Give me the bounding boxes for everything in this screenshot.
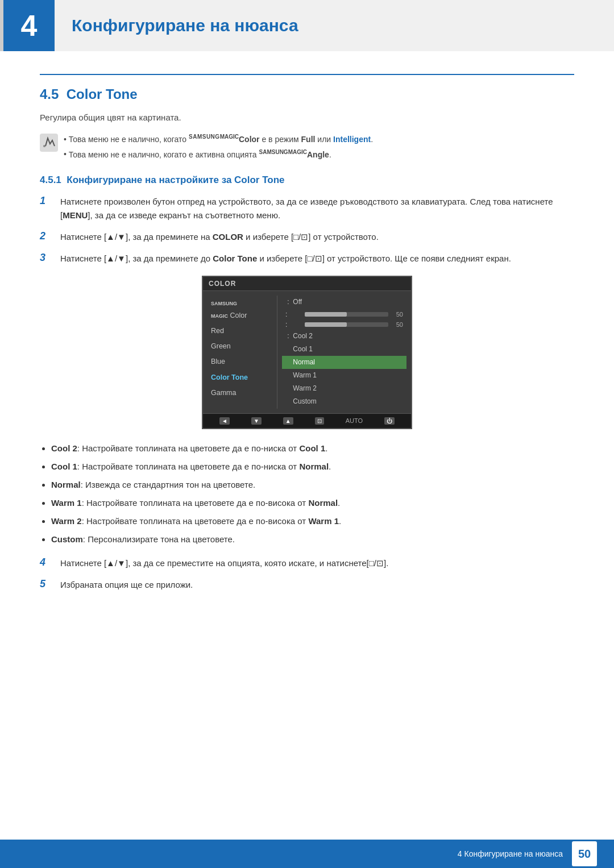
bullet-custom: Custom: Персонализирате тона на цветовет… xyxy=(51,533,574,546)
footer-page-number: 50 xyxy=(572,841,597,866)
step-number-2: 2 xyxy=(40,230,52,242)
step-2: 2 Натиснете [▲/▼], за да преминете на CO… xyxy=(40,230,574,244)
step-number-1: 1 xyxy=(40,195,52,207)
page-footer: 4 Конфигуриране на нюанса 50 xyxy=(0,840,614,868)
step-number-3: 3 xyxy=(40,252,52,264)
chapter-title-box: Конфигуриране на нюанса xyxy=(55,0,614,51)
step-5: 5 Избраната опция ще се приложи. xyxy=(40,578,574,592)
menu-item-green: Green xyxy=(208,339,272,354)
footer-btn-left: ◄ xyxy=(219,417,230,425)
step-3: 3 Натиснете [▲/▼], за да преминете до Co… xyxy=(40,252,574,265)
step-1: 1 Натиснете произволен бутон отпред на у… xyxy=(40,195,574,222)
svg-point-1 xyxy=(43,145,45,147)
menu-right-normal: Normal xyxy=(282,356,406,369)
menu-screenshot: COLOR SAMSUNG MAGIC Color Red Green Blue… xyxy=(40,276,574,429)
section-divider xyxy=(40,74,574,75)
red-bar-track xyxy=(305,312,388,317)
chapter-number: 4 xyxy=(3,0,55,51)
footer-btn-down: ▼ xyxy=(251,417,262,425)
step-number-5: 5 xyxy=(40,578,52,590)
svg-rect-0 xyxy=(40,134,58,152)
menu-footer: ◄ ▼ ▲ ⊡ AUTO ⏻ xyxy=(203,413,411,428)
menu-item-blue: Blue xyxy=(208,354,272,369)
menu-right-off: : Off xyxy=(282,296,406,309)
menu-header: COLOR xyxy=(203,277,411,291)
menu-right-column: : Off : 50 : 5 xyxy=(277,296,411,408)
menu-item-magic-color: SAMSUNG MAGIC Color xyxy=(208,296,272,323)
footer-btn-up: ▲ xyxy=(283,417,293,425)
color-menu: COLOR SAMSUNG MAGIC Color Red Green Blue… xyxy=(202,276,412,429)
bullet-warm2: Warm 2: Настройвате топлината на цветове… xyxy=(51,514,574,528)
note-lines: Това меню не е налично, когато SAMSUNGMA… xyxy=(64,132,373,160)
menu-right-warm1: Warm 1 xyxy=(282,369,406,382)
menu-right-cool2: : Cool 2 xyxy=(282,330,406,343)
menu-item-color-tone: Color Tone xyxy=(208,370,272,385)
bullet-cool2: Cool 2: Настройвате топлината на цветове… xyxy=(51,442,574,455)
note-line-1: Това меню не е налично, когато SAMSUNGMA… xyxy=(64,132,373,146)
step-text-2: Натиснете [▲/▼], за да преминете на COLO… xyxy=(60,230,574,244)
menu-right-green-bar: : 50 xyxy=(282,319,406,330)
footer-chapter-text: 4 Конфигуриране на нюанса xyxy=(458,849,563,858)
note-line-2: Това меню не е налично, когато е активна… xyxy=(64,148,373,161)
step-text-3: Натиснете [▲/▼], за да преминете до Colo… xyxy=(60,252,574,265)
menu-right-red-bar: : 50 xyxy=(282,309,406,319)
note-icon xyxy=(40,134,58,152)
bullet-warm1: Warm 1: Настройвате топлината на цветове… xyxy=(51,496,574,510)
step-number-4: 4 xyxy=(40,556,52,568)
menu-right-cool1: Cool 1 xyxy=(282,343,406,356)
bullet-normal: Normal: Извежда се стандартния тон на цв… xyxy=(51,478,574,492)
step-text-1: Натиснете произволен бутон отпред на уст… xyxy=(60,195,574,222)
bullet-cool1: Cool 1: Настройвате топлината на цветове… xyxy=(51,460,574,474)
menu-body: SAMSUNG MAGIC Color Red Green Blue Color… xyxy=(203,291,411,413)
green-bar-track xyxy=(305,322,388,327)
menu-right-custom: Custom xyxy=(282,395,406,408)
step-4: 4 Натиснете [▲/▼], за да се преместите н… xyxy=(40,556,574,570)
section-heading: 4.5 Color Tone xyxy=(40,86,574,102)
bullet-list: Cool 2: Настройвате топлината на цветове… xyxy=(51,442,574,546)
footer-btn-auto: AUTO xyxy=(346,417,363,424)
menu-item-red: Red xyxy=(208,323,272,339)
chapter-header: 4 Конфигуриране на нюанса xyxy=(0,0,614,51)
footer-btn-power: ⏻ xyxy=(384,417,395,425)
chapter-title: Конфигуриране на нюанса xyxy=(72,16,298,35)
menu-right-warm2: Warm 2 xyxy=(282,382,406,395)
step-text-5: Избраната опция ще се приложи. xyxy=(60,578,574,592)
subsection-heading: 4.5.1 Конфигуриране на настройките за Co… xyxy=(40,175,574,186)
note-box: Това меню не е налично, когато SAMSUNGMA… xyxy=(40,132,574,160)
section-description: Регулира общия цвят на картината. xyxy=(40,113,574,122)
step-text-4: Натиснете [▲/▼], за да се преместите на … xyxy=(60,556,574,570)
footer-btn-enter: ⊡ xyxy=(315,417,324,425)
main-content: 4.5 Color Tone Регулира общия цвят на ка… xyxy=(0,51,614,645)
menu-item-gamma: Gamma xyxy=(208,385,272,401)
menu-left-column: SAMSUNG MAGIC Color Red Green Blue Color… xyxy=(203,296,277,408)
